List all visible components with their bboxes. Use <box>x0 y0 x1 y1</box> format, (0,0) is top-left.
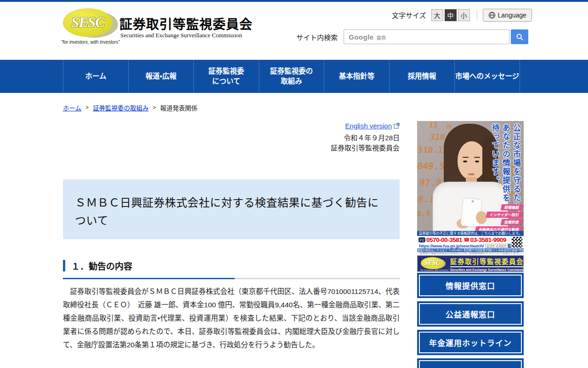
poster-woman-mouth <box>468 173 475 175</box>
poster-info-bar: 証券取引等の不正に関する情報提供は、こちらまでお願いします。 <box>417 231 524 236</box>
breadcrumb-home[interactable]: ホーム <box>63 103 81 112</box>
poster-woman-eye <box>463 161 467 162</box>
top-accent-bar <box>0 0 588 2</box>
search-button[interactable] <box>511 29 528 44</box>
search-input[interactable]: Google 提供 <box>344 29 509 44</box>
main-nav-items: ホーム 報道・広報 証券監視委 について 証券監視委の 取組み 基本指針等 採用… <box>63 60 520 93</box>
english-version-link[interactable]: English version <box>345 122 392 130</box>
nav-item-about[interactable]: 証券監視委 について <box>194 60 259 93</box>
font-size-large-button[interactable]: 大 <box>431 9 443 21</box>
telephone-icon: ☎ <box>464 237 470 243</box>
poster-woman-brow <box>463 157 469 158</box>
poster-woman-eye <box>475 161 479 162</box>
poster-woman-brow <box>474 157 480 158</box>
navidial-icon: ナビ <box>418 237 425 242</box>
poster-privacy-note: 証券取引等監視委員会の専用窓口です。情報提供者のプライバシーは厳守します。 <box>417 252 524 254</box>
search-placeholder-provided: 提供 <box>377 33 386 41</box>
tag-insider-trading: インサイダー取引 <box>486 212 523 218</box>
site-search-label: サイト内検索 <box>296 32 338 42</box>
nav-item-press[interactable]: 報道・広報 <box>129 60 194 93</box>
poster-search-keywords: 監視委 情報提供 <box>485 244 508 248</box>
information-poster-banner[interactable]: 13 円 310 510.11 049.56 97.87 8.12 8.5 01… <box>417 121 524 254</box>
ticker-number: 13 <box>429 121 438 129</box>
page-title: ＳＭＢＣ日興証券株式会社に対する検査結果に基づく勧告について <box>63 179 400 239</box>
search-placeholder-engine: Google <box>349 33 374 41</box>
breadcrumb-separator: > <box>153 104 156 111</box>
article-organization: 証券取引等監視委員会 <box>211 143 400 153</box>
banner-logo-tagline: "for investors, with investors" <box>420 269 449 271</box>
article-meta: English version 令和４年９月28日 証券取引等監視委員会 <box>211 122 400 153</box>
sidebar-button-pension-hotline[interactable]: 年金運用ホットライン <box>417 330 524 355</box>
external-link-icon <box>394 123 400 129</box>
breadcrumb: ホーム > 証券監視委の取組み > 報道発表関係 <box>63 103 198 112</box>
breadcrumb-separator: > <box>85 104 89 111</box>
language-button[interactable]: Language <box>483 9 532 22</box>
banner-logo-ellipse: SESC <box>421 257 444 269</box>
qr-code <box>511 236 523 248</box>
sidebar-button-information-desk[interactable]: 情報提供窓口 <box>417 273 524 298</box>
banner-org-jp: 証券取引等監視委員会 <box>450 256 526 267</box>
ticker-number: 310 <box>430 132 446 142</box>
site-search: サイト内検索 Google 提供 <box>296 29 528 44</box>
font-size-label: 文字サイズ <box>392 10 426 20</box>
banner-org-en: Securities and Exchange Surveillance Com… <box>450 268 526 271</box>
nav-item-activities[interactable]: 証券監視委の 取組み <box>259 60 324 93</box>
nav-item-recruit[interactable]: 採用情報 <box>390 60 455 93</box>
font-size-medium-button[interactable]: 中 <box>445 9 457 21</box>
sidebar-button-partial[interactable] <box>417 358 524 368</box>
poster-phone-tel: 03-3581-9909 <box>470 236 506 243</box>
tag-market-manipulation: 相場操縦 <box>501 204 523 210</box>
poster-url: https://www.fsa.go.jp/sesc/watch/ <box>419 243 484 248</box>
logo-ellipse: SESC <box>63 8 113 37</box>
nav-item-home[interactable]: ホーム <box>63 60 129 93</box>
breadcrumb-activities[interactable]: 証券監視委の取組み <box>93 103 149 112</box>
language-button-label: Language <box>498 12 526 19</box>
section-rule <box>63 278 400 279</box>
section-heading: １．勧告の内容 <box>71 259 132 272</box>
logo-text: SESC <box>71 14 104 31</box>
section-accent-bar <box>63 260 65 271</box>
article-date: 令和４年９月28日 <box>211 133 400 143</box>
ticker-number: 円 <box>446 123 452 130</box>
sesc-banner[interactable]: SESC "for investors, with investors" 証券取… <box>417 255 524 272</box>
page: SESC "for investors, with investors" 証券取… <box>0 0 588 368</box>
search-icon <box>516 33 524 41</box>
section-1: １．勧告の内容 <box>63 259 400 279</box>
site-subtitle: Securities and Exchange Surveillance Com… <box>120 32 242 39</box>
main-nav: ホーム 報道・広報 証券監視委 について 証券監視委の 取組み 基本指針等 採用… <box>0 60 588 93</box>
sidebar-button-whistleblower-desk[interactable]: 公益通報窓口 <box>417 301 524 327</box>
sesc-banner-logo: SESC "for investors, with investors" <box>421 257 447 270</box>
nav-item-message[interactable]: 市場へのメッセージ <box>455 60 520 93</box>
banner-logo-text: SESC <box>424 259 440 267</box>
site-title: 証券取引等監視委員会 <box>119 14 253 33</box>
breadcrumb-current: 報道発表関係 <box>160 103 198 112</box>
section-body: 証券取引等監視委員会がＳＭＢＣ日興証券株式会社（東京都千代田区、法人番号7010… <box>63 285 400 351</box>
tag-investment-fraud: 投資詐欺 <box>501 219 523 225</box>
globe-icon <box>488 12 496 19</box>
poster-contact-area: ナビ 0570-00-3581 ☎ 03-3581-9909 https://w… <box>417 236 524 248</box>
nav-item-guidelines[interactable]: 基本指針等 <box>324 60 390 93</box>
poster-phone-navidial: 0570-00-3581 <box>426 236 462 243</box>
font-size-small-button[interactable]: 小 <box>458 9 470 21</box>
ticker-number: 8.5 <box>417 209 431 218</box>
sesc-logo[interactable]: SESC "for investors, with investors" <box>63 7 123 47</box>
logo-tagline: "for investors, with investors" <box>61 40 120 45</box>
header-tools: 文字サイズ 大 中 小 Language <box>392 8 532 22</box>
poster-address-bar: 面談の場合はこちらまで 〒100-8922 東京都千代田区霞が関3-2-1 中央… <box>417 248 524 252</box>
tools-divider <box>477 10 477 21</box>
